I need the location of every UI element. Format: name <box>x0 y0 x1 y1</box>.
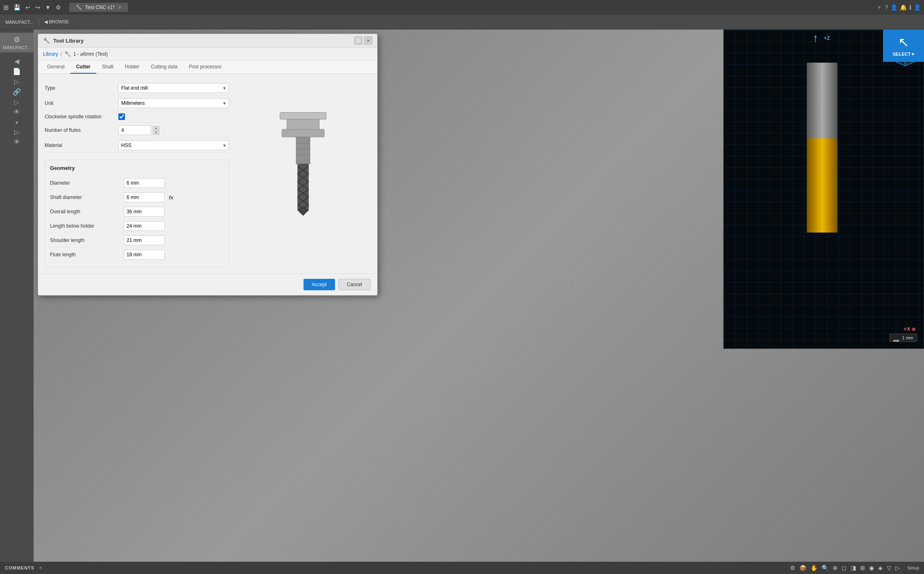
geo-value-flute-length <box>124 250 224 260</box>
select-panel[interactable]: ↖ SELECT ▾ <box>883 29 924 62</box>
tab-shaft[interactable]: Shaft <box>96 61 119 74</box>
spindle-checkbox[interactable] <box>118 113 125 120</box>
tab-holder[interactable]: Holder <box>119 61 145 74</box>
geo-value-diameter <box>124 178 224 188</box>
tool-library-dialog: 🔧 Tool Library ⬜ ✕ Library / 🔧 1 - ⌀6mm … <box>38 34 378 296</box>
bottom-icon-6[interactable]: ◻ <box>842 565 847 571</box>
bottom-icon-4[interactable]: 🔍 <box>822 565 829 571</box>
sidebar-icon-1[interactable]: ◀ <box>14 57 19 65</box>
vp-z-line <box>811 35 820 44</box>
dialog-maximize-btn[interactable]: ⬜ <box>354 36 362 45</box>
tab-title: Test CNC v1* <box>85 5 115 10</box>
svg-rect-2 <box>287 119 319 131</box>
tool-breadcrumb-icon: 🔧 <box>64 51 71 57</box>
user-icon[interactable]: 👤 <box>914 4 921 11</box>
dialog-close-btn[interactable]: ✕ <box>364 36 372 45</box>
manufact-icon: ⚙ <box>14 35 20 44</box>
type-select-wrapper[interactable]: Flat end mill ▼ <box>118 83 229 93</box>
bottom-icon-3[interactable]: ✋ <box>811 565 818 571</box>
bottom-icon-10[interactable]: ◈ <box>878 565 883 571</box>
tool-preview <box>236 81 371 267</box>
redo-icon[interactable]: ↪ <box>34 3 42 11</box>
toolbar-sep-1 <box>38 18 39 26</box>
viewport-3d: +Z +X ⊕ ⎯⎯ <box>723 29 924 349</box>
select-panel-label: SELECT ▾ <box>886 52 921 57</box>
overall-length-input[interactable] <box>124 207 165 217</box>
unit-select[interactable]: Millimeters <box>118 98 229 108</box>
flutes-input[interactable] <box>118 125 151 135</box>
sidebar-icon-8[interactable]: ▷ <box>14 128 19 136</box>
geo-value-length-below-holder <box>124 221 224 231</box>
flute-length-input[interactable] <box>124 250 165 260</box>
tab-general[interactable]: General <box>41 61 70 74</box>
sidebar-icon-5[interactable]: ▷ <box>14 98 19 106</box>
bottom-icon-5[interactable]: ⊕ <box>833 565 838 571</box>
length-below-holder-input[interactable] <box>124 221 165 231</box>
svg-marker-12 <box>814 36 817 37</box>
browse-label[interactable]: ◀ BROWSE <box>42 18 71 26</box>
tab-post-processor[interactable]: Post processor <box>183 61 227 74</box>
dialog-title: Tool Library <box>53 38 351 44</box>
unit-select-wrapper[interactable]: Millimeters ▼ <box>118 98 229 108</box>
grid-icon[interactable]: ⊞ <box>3 4 9 11</box>
sidebar-item-manufact[interactable]: ⚙ MANUFACT... <box>0 33 34 52</box>
bottom-icon-9[interactable]: ◉ <box>869 565 874 571</box>
material-select[interactable]: HSS <box>118 140 229 150</box>
setup-label[interactable]: Setup <box>907 565 919 570</box>
sidebar-icon-6[interactable]: 👁 <box>14 108 20 116</box>
bottom-icon-12[interactable]: ▷ <box>895 565 900 571</box>
info-icon[interactable]: ℹ <box>909 4 911 11</box>
shaft-diameter-input[interactable] <box>124 192 165 202</box>
spindle-row: Clockwise spindle rotation <box>45 111 229 123</box>
svg-marker-9 <box>298 210 308 215</box>
dialog-titlebar: 🔧 Tool Library ⬜ ✕ <box>38 34 377 47</box>
app-bar-right: ＋ ? 👤 🔔 ℹ 👤 <box>876 4 921 11</box>
sidebar-icon-4[interactable]: 🔗 <box>13 88 21 96</box>
help-icon[interactable]: ? <box>885 4 888 11</box>
flutes-control: ▲ ▼ <box>118 125 229 135</box>
add-comment-btn[interactable]: ＋ <box>38 564 43 572</box>
sidebar-icon-3[interactable]: ▷ <box>14 78 19 86</box>
bottom-icon-7[interactable]: ◨ <box>851 565 856 571</box>
dialog-footer: Accept Cancel <box>38 273 377 295</box>
bell-icon[interactable]: 🔔 <box>900 4 907 11</box>
accept-button[interactable]: Accept <box>303 279 335 290</box>
geo-value-shaft-diameter: fx <box>124 192 224 202</box>
account-icon[interactable]: 👤 <box>890 4 897 11</box>
diameter-input[interactable] <box>124 178 165 188</box>
breadcrumb-library[interactable]: Library <box>43 51 58 57</box>
flutes-up-btn[interactable]: ▲ <box>153 126 159 130</box>
save-icon[interactable]: 💾 <box>12 3 22 11</box>
type-label: Type <box>45 85 118 91</box>
tab-cutting-data[interactable]: Cutting data <box>145 61 183 74</box>
material-control: HSS ▼ <box>118 140 229 150</box>
cancel-button[interactable]: Cancel <box>338 279 371 290</box>
settings-icon[interactable]: ⚙ <box>54 3 63 11</box>
app-tab[interactable]: 🔧 Test CNC v1* ✕ <box>69 3 128 12</box>
flutes-down-btn[interactable]: ▼ <box>153 131 159 135</box>
geo-label-shaft-diameter: Shaft diameter <box>50 194 124 200</box>
tab-close-icon[interactable]: ✕ <box>118 5 122 10</box>
bottom-icon-2[interactable]: 📦 <box>799 565 806 571</box>
type-select[interactable]: Flat end mill <box>118 83 229 93</box>
sidebar-icon-7[interactable]: ▼ <box>14 120 19 126</box>
sidebar-icon-2[interactable]: 📄 <box>13 68 21 75</box>
fx-button[interactable]: fx <box>167 194 175 201</box>
manufact-label[interactable]: MANUFACT... <box>3 18 35 26</box>
bottom-icon-1[interactable]: ⚙ <box>790 565 795 571</box>
add-tab-icon[interactable]: ＋ <box>876 4 882 11</box>
more-icon[interactable]: ▼ <box>43 3 52 11</box>
flutes-spinner: ▲ ▼ <box>153 126 159 135</box>
tool-library-icon: 🔧 <box>43 37 50 44</box>
geometry-title: Geometry <box>50 165 224 171</box>
vp-tool-body <box>807 138 838 233</box>
sidebar-icon-9[interactable]: 👁 <box>14 138 20 146</box>
vp-scale-indicator: ⎯⎯ 1 mm <box>890 334 917 342</box>
undo-icon[interactable]: ↩ <box>24 3 32 11</box>
bottom-icon-8[interactable]: ⊞ <box>860 565 865 571</box>
breadcrumb-tool: 1 - ⌀6mm (Test) <box>73 51 108 57</box>
material-select-wrapper[interactable]: HSS ▼ <box>118 140 229 150</box>
tab-cutter[interactable]: Cutter <box>70 61 96 74</box>
bottom-icon-11[interactable]: ▽ <box>887 565 891 571</box>
shoulder-length-input[interactable] <box>124 235 165 245</box>
